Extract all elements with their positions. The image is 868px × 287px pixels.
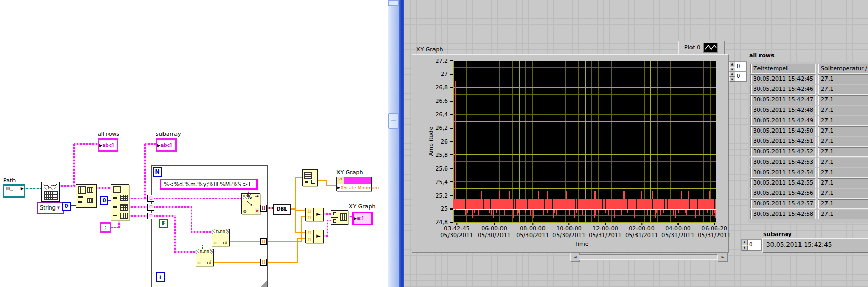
table-header-cell[interactable]: Solltemperatur / °C: [818, 64, 868, 74]
y-tick: 26,8: [436, 85, 453, 91]
xy-graph-terminal[interactable]: ▶ ≡:]: [352, 212, 373, 225]
diagonal-arrow-icon: [246, 200, 254, 207]
data-initial-spike: [455, 81, 456, 210]
timestamp-cell[interactable]: 30.05.2011 15:42:55: [750, 178, 816, 188]
x-tick: 02:00:00 05/31/2011: [625, 223, 658, 239]
path-control[interactable]: ▶: [3, 184, 25, 198]
timestamp-cell[interactable]: 30.05.2011 15:42:56: [750, 189, 816, 199]
graph-scrollbar-track[interactable]: [579, 254, 718, 260]
delimiter-constant[interactable]: ;: [100, 222, 111, 233]
temperature-cell[interactable]: 27.1: [818, 147, 868, 157]
table-header-cell[interactable]: Zeitstempel: [750, 64, 816, 74]
temperature-cell[interactable]: 27.1: [818, 116, 868, 126]
decrement-button[interactable]: ▼: [729, 77, 735, 82]
fract-string-to-number-node[interactable]: n.nn ⊙…→#: [212, 229, 230, 246]
timestamp-cell[interactable]: 30.05.2011 15:42:58: [750, 210, 816, 219]
to-double-conversion[interactable]: DBL: [273, 204, 291, 215]
y-tick: 26: [441, 138, 453, 145]
subarray-string-element[interactable]: 30.05.2011 15:42:45: [762, 238, 868, 253]
index-array-node[interactable]: [111, 184, 129, 220]
scrollbar-top-button[interactable]: [388, 0, 399, 6]
timestamp-cell[interactable]: 30.05.2011 15:42:57: [750, 199, 816, 209]
percent-icon: %: [247, 194, 252, 200]
column-index-value[interactable]: 0: [735, 72, 747, 82]
timestamp-cell[interactable]: 30.05.2011 15:42:48: [750, 106, 816, 115]
all-rows-table[interactable]: Zeitstempel Solltemperatur / °C 30.05.20…: [748, 62, 868, 223]
temperature-cell[interactable]: 27.1: [818, 85, 868, 95]
subarray-value: 30.05.2011 15:42:45: [763, 239, 868, 251]
path-icon: [5, 186, 18, 192]
fract-string-to-number-node[interactable]: n.nn ⊙…→#: [196, 249, 214, 266]
all-rows-terminal[interactable]: ▶ abc]: [98, 138, 118, 152]
timestamp-cell[interactable]: 30.05.2011 15:42:46: [750, 85, 816, 95]
temperature-cell[interactable]: 27.1: [818, 95, 868, 105]
y-axis-scale[interactable]: 27,22726,826,626,426,22625,825,625,425,2…: [419, 58, 453, 226]
row-index-value[interactable]: 0: [735, 62, 747, 72]
increment-button[interactable]: ▲: [742, 240, 748, 245]
temperature-cell[interactable]: 27.1: [818, 126, 868, 136]
property-name[interactable]: XScale.Minimum: [340, 185, 379, 190]
timestamp-cell[interactable]: 30.05.2011 15:42:51: [750, 137, 816, 147]
dbl-label: DBL: [277, 206, 287, 212]
bundle-input-icon: []: [306, 237, 313, 243]
decrement-button[interactable]: ▼: [742, 245, 748, 251]
graph-scroll-right-button[interactable]: ►: [718, 253, 728, 262]
y-tick-mark: [450, 128, 453, 129]
tunnel-icon: []: [147, 195, 154, 202]
timestamp-cell[interactable]: 30.05.2011 15:42:45: [750, 74, 816, 84]
data-band: [453, 199, 716, 209]
subarray-index-spinner[interactable]: ▲ ▼ 0: [741, 239, 762, 251]
table-body: 30.05.2011 15:42:45 27.1 30.05.2011 15:4…: [750, 74, 868, 219]
wire-string: [73, 144, 75, 186]
bundle-node[interactable]: [] [] ►: [305, 208, 324, 221]
read-spreadsheet-file-node[interactable]: [41, 182, 60, 202]
temperature-cell[interactable]: 27.1: [818, 106, 868, 115]
timestamp-cell[interactable]: 30.05.2011 15:42:52: [750, 147, 816, 157]
build-array-input-icon: [331, 218, 338, 225]
plot-area[interactable]: [453, 61, 716, 223]
timestamp-cell[interactable]: 30.05.2011 15:42:47: [750, 95, 816, 105]
string-type-selector[interactable]: String ▼: [37, 202, 64, 214]
false-constant[interactable]: F: [159, 219, 168, 228]
temperature-cell[interactable]: 27.1: [818, 199, 868, 209]
subarray-index-value[interactable]: 0: [748, 240, 762, 251]
bundle-node[interactable]: [] [] ►: [305, 230, 324, 243]
temperature-cell[interactable]: 27.1: [818, 74, 868, 84]
timestamp-cell[interactable]: 30.05.2011 15:42:50: [750, 126, 816, 136]
wire-dbl: [295, 232, 305, 233]
index-constant-0[interactable]: 0: [62, 202, 71, 211]
format-string-text: %<%d.%m.%y;%H:%M:%S >T: [164, 181, 251, 188]
y-tick-mark: [450, 114, 453, 115]
x-tick: 04:00:00 05/31/2011: [661, 223, 694, 239]
scrollbar-thumb[interactable]: [388, 113, 399, 129]
plot-legend[interactable]: Plot 0: [678, 41, 725, 55]
subarray-terminal[interactable]: ▶ abc]: [156, 138, 177, 152]
format-string-constant[interactable]: %<%d.%m.%y;%H:%M:%S >T: [160, 179, 258, 190]
block-diagram-vertical-scrollbar[interactable]: [388, 0, 399, 287]
loop-count-terminal: N: [153, 167, 162, 177]
index-array-node-small[interactable]: [302, 169, 318, 186]
temperature-cell[interactable]: 27.1: [818, 210, 868, 219]
timestamp-cell[interactable]: 30.05.2011 15:42:53: [750, 158, 816, 167]
temperature-cell[interactable]: 27.1: [818, 168, 868, 178]
property-node-titlebar: [344, 177, 371, 184]
increment-button[interactable]: ▲: [729, 62, 735, 67]
timestamp-cell[interactable]: 30.05.2011 15:42:54: [750, 168, 816, 178]
element-dots-icon: [78, 201, 82, 203]
temperature-cell[interactable]: 27.1: [818, 189, 868, 199]
increment-button[interactable]: ▲: [729, 72, 735, 77]
index-constant-0b[interactable]: 0: [100, 196, 108, 205]
timestamp-cell[interactable]: 30.05.2011 15:42:49: [750, 116, 816, 126]
xy-graph-property-node[interactable]: ?! ▶ XScale.Minimum: [336, 177, 372, 191]
temperature-cell[interactable]: 27.1: [818, 158, 868, 167]
build-array-node[interactable]: [331, 210, 348, 225]
temperature-cell[interactable]: 27.1: [818, 137, 868, 147]
table-column-index-spinner[interactable]: ▲ ▼ 0: [729, 71, 747, 82]
temperature-cell[interactable]: 27.1: [818, 178, 868, 188]
table-row-index-spinner[interactable]: ▲ ▼ 0: [729, 61, 747, 72]
property-node-label: XY Graph: [336, 169, 363, 176]
spreadsheet-string-to-array-node[interactable]: [76, 184, 97, 208]
scan-from-string-node[interactable]: % → ⊗ ✕: [241, 193, 260, 214]
dropdown-arrow-icon: ▼: [57, 206, 60, 210]
x-axis-scale[interactable]: 03:42:45 05/30/2011 06:00:00 05/30/2011 …: [453, 223, 716, 240]
